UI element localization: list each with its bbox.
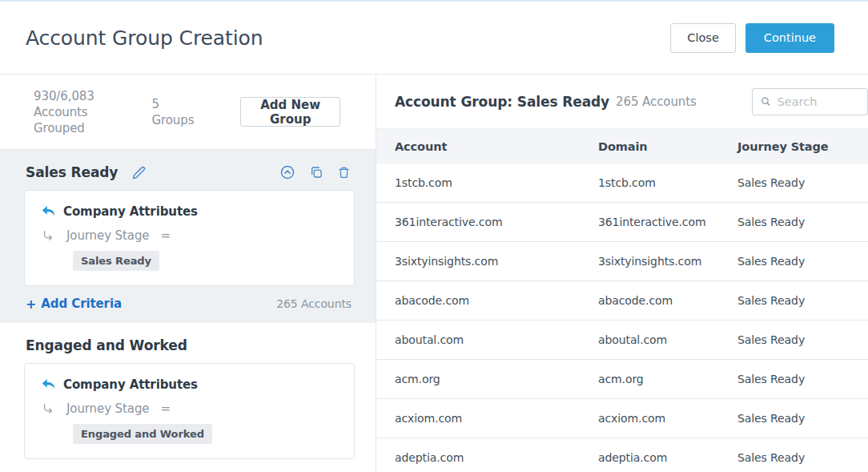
detail-title: Account Group: Sales Ready [395,94,609,110]
detail-subtitle: 265 Accounts [616,95,697,109]
group-block-engaged-and-worked: Engaged and Worked Company Attributes Jo… [0,323,376,472]
group-toolbar [280,165,353,180]
search-icon [761,95,771,107]
group-footer: 580 Accounts [24,459,355,472]
add-criteria-link[interactable]: + Add Criteria [26,297,122,312]
detail-header: Account Group: Sales Ready 265 Accounts [376,75,868,128]
header-actions: Close Continue [670,23,834,53]
groups-count-value: 5 [152,96,195,112]
table-row[interactable]: 361interactive.com 361interactive.com Sa… [376,203,868,242]
company-attributes-icon [41,204,56,219]
table-row[interactable]: abacode.com abacode.com Sales Ready [376,281,868,321]
account-cell: acm.org [395,373,598,385]
domain-cell: 1stcb.com [598,176,737,189]
edit-group-name-icon[interactable] [132,166,146,180]
criteria-card: Company Attributes Journey Stage = Engag… [24,363,355,459]
criteria-row: Journey Stage = [42,228,340,243]
journey-stage-cell: Sales Ready [737,412,868,425]
journey-stage-cell: Sales Ready [737,176,868,189]
account-cell: adeptia.com [395,451,598,464]
journey-stage-cell: Sales Ready [737,333,868,346]
journey-stage-cell: Sales Ready [737,255,868,268]
group-footer: + Add Criteria 265 Accounts [24,286,355,321]
table-row[interactable]: acxiom.com acxiom.com Sales Ready [376,399,868,438]
criteria-value-tag: Engaged and Worked [73,424,212,444]
groups-sidebar: 930/6,083 Accounts Grouped 5 Groups Add … [0,75,376,472]
continue-button[interactable]: Continue [745,23,834,53]
header: Account Group Creation Close Continue [0,2,868,75]
criteria-row: Journey Stage = [42,401,340,416]
criteria-type-row: Company Attributes [41,204,340,219]
add-criteria-label: Add Criteria [41,297,122,311]
domain-cell: adeptia.com [598,451,737,464]
table-row[interactable]: 1stcb.com 1stcb.com Sales Ready [376,163,868,203]
groups-count-label: Groups [152,112,195,128]
group-name: Sales Ready [26,164,118,180]
delete-group-icon[interactable] [338,166,350,179]
account-cell: abacode.com [395,294,598,307]
criteria-type-label: Company Attributes [63,377,198,392]
collapse-group-icon[interactable] [280,165,295,180]
add-new-group-button[interactable]: Add New Group [240,97,340,127]
account-cell: 361interactive.com [395,216,598,228]
accounts-grouped-value: 930/6,083 [34,88,106,104]
domain-cell: aboutal.com [598,333,737,346]
account-cell: 1stcb.com [395,176,598,189]
accounts-grouped-label: Accounts Grouped [34,104,106,136]
nested-arrow-icon [42,403,54,414]
criteria-operator: = [160,228,170,243]
column-header-account: Account [395,140,598,153]
criteria-type-label: Company Attributes [63,204,198,219]
main-content: 930/6,083 Accounts Grouped 5 Groups Add … [0,75,868,472]
domain-cell: acm.org [598,373,737,385]
criteria-value-tag: Sales Ready [73,251,159,271]
domain-cell: 3sixtyinsights.com [598,255,737,268]
domain-cell: 361interactive.com [598,216,737,228]
accounts-table: Account Domain Journey Stage 1stcb.com 1… [376,128,868,472]
table-row[interactable]: aboutal.com aboutal.com Sales Ready [376,321,868,360]
group-name: Engaged and Worked [26,337,187,353]
accounts-grouped-stat: 930/6,083 Accounts Grouped [34,88,106,136]
group-block-sales-ready: Sales Ready [0,150,376,323]
journey-stage-cell: Sales Ready [737,216,868,228]
duplicate-group-icon[interactable] [310,166,323,179]
account-cell: 3sixtyinsights.com [395,255,598,268]
criteria-operator: = [160,401,170,416]
table-row[interactable]: acm.org acm.org Sales Ready [376,360,868,399]
group-header: Sales Ready [24,163,355,190]
groups-count-stat: 5 Groups [152,96,195,128]
column-header-journey-stage: Journey Stage [737,140,868,153]
group-header: Engaged and Worked [24,336,355,363]
column-header-domain: Domain [598,140,737,153]
journey-stage-cell: Sales Ready [737,451,868,464]
table-row[interactable]: adeptia.com adeptia.com Sales Ready [376,438,868,472]
account-group-detail: Account Group: Sales Ready 265 Accounts … [376,75,868,472]
search-input[interactable] [778,95,861,108]
domain-cell: abacode.com [598,294,737,307]
account-cell: acxiom.com [395,412,598,425]
criteria-field: Journey Stage [66,228,149,243]
search-box[interactable] [752,88,868,115]
stats-row: 930/6,083 Accounts Grouped 5 Groups Add … [0,75,376,150]
domain-cell: acxiom.com [598,412,737,425]
nested-arrow-icon [42,230,54,241]
criteria-card: Company Attributes Journey Stage = Sales… [24,190,355,286]
journey-stage-cell: Sales Ready [737,373,868,385]
criteria-field: Journey Stage [66,401,149,416]
journey-stage-cell: Sales Ready [737,294,868,307]
account-group-creation-window: Account Group Creation Close Continue 93… [0,0,868,472]
page-title: Account Group Creation [26,26,263,50]
criteria-type-row: Company Attributes [41,377,340,392]
close-button[interactable]: Close [670,23,736,53]
company-attributes-icon [41,377,56,392]
table-row[interactable]: 3sixtyinsights.com 3sixtyinsights.com Sa… [376,242,868,281]
table-header-row: Account Domain Journey Stage [376,128,868,163]
plus-icon: + [26,297,36,312]
account-cell: aboutal.com [395,333,598,346]
group-accounts-count: 265 Accounts [276,297,352,310]
